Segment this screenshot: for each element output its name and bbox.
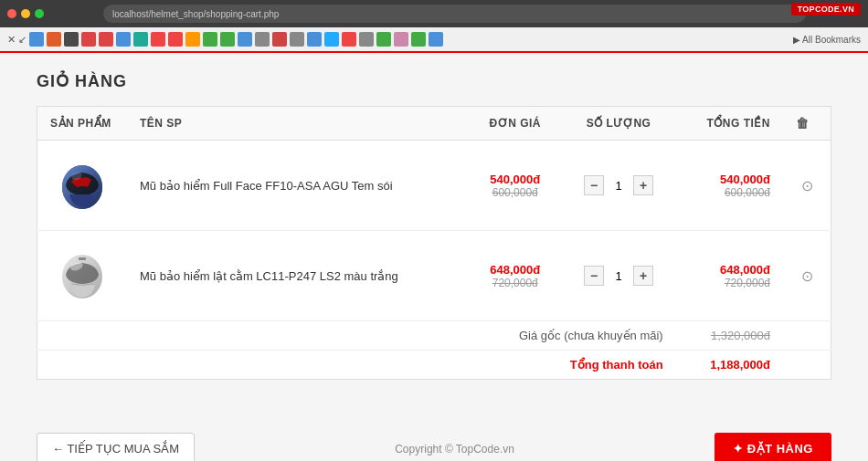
delete-button-1[interactable]: ⊙ — [796, 174, 818, 196]
product-name-cell-1: Mũ bảo hiểm Full Face FF10-ASA AGU Tem s… — [127, 141, 469, 231]
address-bar-text: localhost/helmet_shop/shopping-cart.php — [112, 9, 279, 19]
price-original-1: 600,000đ — [482, 186, 549, 199]
qty-value-2: 1 — [609, 269, 628, 283]
svg-rect-5 — [79, 257, 86, 260]
product-qty-cell-2: − 1 + — [562, 231, 676, 321]
table-row: Mũ bảo hiểm Full Face FF10-ASA AGU Tem s… — [37, 141, 831, 231]
delete-button-2[interactable]: ⊙ — [796, 265, 818, 287]
total-value: 1,188,000đ — [676, 351, 783, 380]
qty-increase-2[interactable]: + — [633, 266, 653, 286]
product-image-2 — [50, 244, 114, 308]
copyright-text: Copyright © TopCode.vn — [395, 443, 514, 456]
product-total-cell-2: 648,000đ 720,000đ — [676, 231, 783, 321]
col-header-product: SẢN PHẨM — [37, 107, 128, 141]
product-price-cell-2: 648,000đ 720,000đ — [469, 231, 562, 321]
product-price-cell-1: 540,000đ 600,000đ — [469, 141, 562, 231]
summary-total-row: Tổng thanh toán 1,188,000đ — [37, 351, 831, 380]
price-original-2: 720,000đ — [482, 277, 549, 289]
delete-cell-2: ⊙ — [783, 231, 831, 321]
bottom-bar: ← TIẾP TỤC MUA SẮM Copyright © TopCode.v… — [0, 418, 868, 461]
product-name-1: Mũ bảo hiểm Full Face FF10-ASA AGU Tem s… — [140, 179, 393, 193]
qty-decrease-1[interactable]: − — [584, 175, 604, 195]
total-original-2: 720,000đ — [689, 277, 770, 289]
total-current-2: 648,000đ — [689, 263, 770, 277]
place-order-button[interactable]: ✦ ĐẶT HÀNG — [715, 433, 831, 461]
continue-shopping-button[interactable]: ← TIẾP TỤC MUA SẮM — [37, 433, 195, 461]
price-current-1: 540,000đ — [482, 173, 549, 186]
qty-decrease-2[interactable]: − — [584, 266, 604, 286]
qty-value-1: 1 — [609, 179, 628, 193]
subtotal-label: Giá gốc (chưa khuyến mãi) — [37, 321, 676, 351]
product-image-cell-2 — [37, 231, 128, 321]
toolbar: ✕ ↙ ▶ All Bookmarks — [0, 27, 868, 53]
table-row: Mũ bảo hiểm lật cằm LC11-P247 LS2 màu tr… — [37, 231, 831, 321]
total-original-1: 600,000đ — [689, 186, 770, 199]
price-current-2: 648,000đ — [482, 263, 549, 277]
col-header-qty: SỐ LƯỢNG — [562, 107, 676, 141]
product-qty-cell-1: − 1 + — [562, 141, 676, 231]
logo-badge: TOPCODE.VN — [791, 3, 861, 16]
product-name-2: Mũ bảo hiểm lật cằm LC11-P247 LS2 màu tr… — [140, 269, 398, 283]
product-image-1 — [50, 153, 114, 217]
col-header-total: TỔNG TIỀN — [676, 107, 783, 141]
delete-cell-1: ⊙ — [783, 141, 831, 231]
total-label: Tổng thanh toán — [37, 351, 676, 380]
total-current-1: 540,000đ — [689, 173, 770, 186]
col-header-name: TÊN SP — [127, 107, 469, 141]
col-header-price: ĐƠN GIÁ — [469, 107, 562, 141]
product-image-cell — [37, 141, 128, 231]
page-title: GIỎ HÀNG — [37, 71, 831, 91]
qty-increase-1[interactable]: + — [633, 175, 653, 195]
summary-subtotal-row: Giá gốc (chưa khuyến mãi) 1,320,000đ — [37, 321, 831, 351]
col-header-delete: 🗑 — [783, 107, 831, 141]
subtotal-value: 1,320,000đ — [676, 321, 783, 351]
product-name-cell-2: Mũ bảo hiểm lật cằm LC11-P247 LS2 màu tr… — [127, 231, 469, 321]
product-total-cell-1: 540,000đ 600,000đ — [676, 141, 783, 231]
trash-icon: 🗑 — [796, 116, 810, 131]
